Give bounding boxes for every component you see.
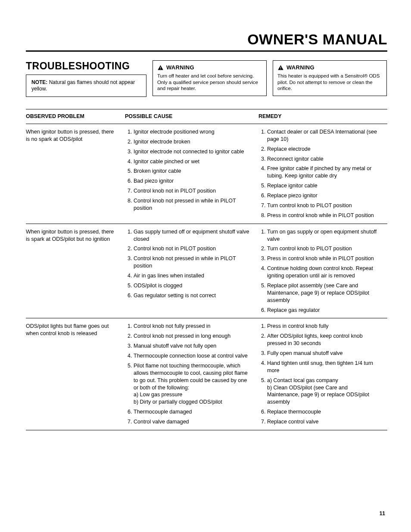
- svg-rect-2: [280, 67, 281, 68]
- list-item: Replace pilot assembly (see Care and Mai…: [267, 282, 381, 304]
- note-box: NOTE: Natural gas flames should not appe…: [26, 75, 146, 97]
- list-item: Ignitor electrode positioned wrong: [134, 128, 252, 136]
- cell-observed: When ignitor button is pressed, there is…: [26, 124, 125, 224]
- table-header-row: OBSERVED PROBLEM POSSIBLE CAUSE REMEDY: [26, 109, 387, 124]
- note-text: Natural gas flames should not appear yel…: [31, 79, 135, 92]
- list-item: Pilot flame not touching thermocouple, w…: [134, 362, 252, 406]
- svg-rect-0: [160, 67, 161, 68]
- section-heading-block: TROUBLESHOOTING NOTE: Natural gas flames…: [26, 60, 146, 97]
- list-item: Hand tighten until snug, then tighten 1/…: [267, 360, 381, 374]
- table-row: ODS/pilot lights but flame goes out when…: [26, 318, 387, 430]
- list-item: Press in control knob while in PILOT pos…: [267, 212, 381, 219]
- list-item: Bad piezo ignitor: [134, 177, 252, 185]
- warning-body: Turn off heater and let cool before serv…: [157, 73, 262, 91]
- warning-head: WARNING: [157, 64, 262, 71]
- list-item: Gas supply turned off or equipment shuto…: [134, 228, 252, 243]
- warning-head: WARNING: [277, 64, 382, 71]
- list-item: Replace control valve: [267, 418, 381, 426]
- list-item: Control knob not in PILOT position: [134, 187, 252, 195]
- svg-rect-1: [160, 68, 161, 69]
- col-header-cause: POSSIBLE CAUSE: [125, 109, 258, 124]
- list-item: Control knob not in PILOT position: [134, 245, 252, 252]
- list-item: Gas regulator setting is not correct: [134, 292, 252, 299]
- cell-observed: ODS/pilot lights but flame goes out when…: [26, 318, 125, 430]
- list-item: Replace piezo ignitor: [267, 192, 381, 199]
- list-item: After ODS/pilot lights, keep control kno…: [267, 333, 381, 347]
- warning-icon: [157, 65, 164, 71]
- list-item: Thermocouple damaged: [134, 408, 252, 416]
- warning-label: WARNING: [166, 64, 194, 71]
- list-item: Ignitor cable pinched or wet: [134, 158, 252, 165]
- col-header-remedy: REMEDY: [258, 109, 387, 124]
- list-item: Continue holding down control knob. Repe…: [267, 265, 381, 280]
- table-row: When ignitor button is pressed, there is…: [26, 124, 387, 224]
- cell-remedy: Turn on gas supply or open equipment shu…: [258, 224, 387, 318]
- list-item: Control knob not fully pressed in: [134, 323, 252, 330]
- list-item: Control valve damaged: [134, 418, 252, 426]
- list-item: Replace thermocouple: [267, 408, 381, 416]
- cell-cause: Gas supply turned off or equipment shuto…: [125, 224, 258, 318]
- troubleshooting-table: OBSERVED PROBLEM POSSIBLE CAUSE REMEDY W…: [26, 109, 387, 430]
- cell-cause: Control knob not fully pressed inControl…: [125, 318, 258, 430]
- list-item: Ignitor electrode not connected to ignit…: [134, 148, 252, 156]
- table-row: When ignitor button is pressed, there is…: [26, 224, 387, 318]
- list-item: a) Contact local gas companyb) Clean ODS…: [267, 377, 381, 406]
- top-row: TROUBLESHOOTING NOTE: Natural gas flames…: [26, 60, 387, 97]
- list-item: Thermocouple connection loose at control…: [134, 352, 252, 360]
- warning-label: WARNING: [286, 64, 314, 71]
- document-title: OWNER'S MANUAL: [26, 31, 387, 52]
- list-item: Contact dealer or call DESA Internationa…: [267, 128, 381, 143]
- cell-remedy: Press in control knob fullyAfter ODS/pil…: [258, 318, 387, 430]
- warning-icon: [277, 65, 284, 71]
- list-item: Reconnect ignitor cable: [267, 156, 381, 163]
- cell-cause: Ignitor electrode positioned wrongIgnito…: [125, 124, 258, 224]
- list-item: Turn control knob to PILOT position: [267, 245, 381, 252]
- cell-observed: When ignitor button is pressed, there is…: [26, 224, 125, 318]
- list-item: Free ignitor cable if pinched by any met…: [267, 165, 381, 180]
- list-item: Ignitor electrode broken: [134, 138, 252, 146]
- warning-box-2: WARNING This heater is equipped with a S…: [273, 60, 387, 96]
- list-item: Control knob not pressed in while in PIL…: [134, 255, 252, 270]
- list-item: ODS/pilot is clogged: [134, 282, 252, 289]
- list-item: Control knob not pressed in long enough: [134, 333, 252, 340]
- list-item: Turn on gas supply or open equipment shu…: [267, 228, 381, 243]
- list-item: Replace electrode: [267, 146, 381, 153]
- manual-page: OWNER'S MANUAL TROUBLESHOOTING NOTE: Nat…: [0, 0, 411, 532]
- list-item: Replace ignitor cable: [267, 182, 381, 190]
- svg-rect-3: [280, 68, 281, 69]
- cell-remedy: Contact dealer or call DESA Internationa…: [258, 124, 387, 224]
- list-item: Replace gas regulator: [267, 307, 381, 314]
- page-number: 11: [380, 510, 385, 516]
- list-item: Press in control knob while in PILOT pos…: [267, 255, 381, 262]
- warning-body: This heater is equipped with a Sensitrol…: [277, 73, 382, 91]
- list-item: Press in control knob fully: [267, 323, 381, 330]
- list-item: Turn control knob to PILOT position: [267, 202, 381, 209]
- warning-box-1: WARNING Turn off heater and let cool bef…: [153, 60, 267, 96]
- list-item: Fully open manual shutoff valve: [267, 350, 381, 357]
- list-item: Air in gas lines when installed: [134, 272, 252, 280]
- list-item: Broken ignitor cable: [134, 168, 252, 175]
- col-header-observed: OBSERVED PROBLEM: [26, 109, 125, 124]
- list-item: Control knob not pressed in while in PIL…: [134, 197, 252, 212]
- section-heading: TROUBLESHOOTING: [26, 60, 146, 72]
- list-item: Manual shutoff valve not fully open: [134, 342, 252, 350]
